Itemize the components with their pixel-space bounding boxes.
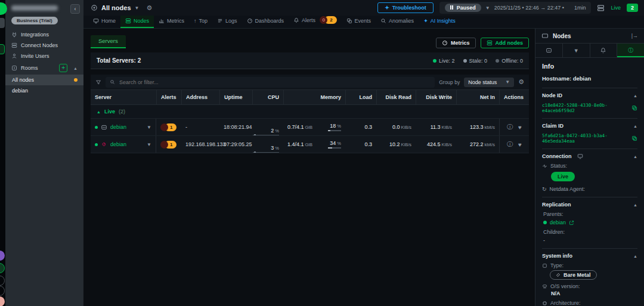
sidebar-item-connect-nodes[interactable]: Connect Nodes — [5, 40, 83, 51]
column-header-cpu[interactable]: CPU — [252, 90, 283, 104]
chevron-up-icon[interactable]: ▲ — [73, 66, 78, 70]
tab-ai-insights[interactable]: ✦ AI Insights — [419, 16, 460, 28]
table-row[interactable]: debian ▼ 1 - 18:08:21.94 2% 0.7/4.1GiB — [91, 119, 529, 136]
tab-label: Top — [199, 18, 208, 24]
room-item-debian[interactable]: debian — [5, 85, 83, 96]
tab-events[interactable]: Events — [342, 16, 376, 28]
panel-tab-filters[interactable]: ▼ — [563, 44, 590, 57]
heart-icon[interactable]: ♥ — [518, 124, 522, 131]
search-input[interactable] — [118, 79, 431, 86]
info-icon[interactable]: ⓘ — [507, 140, 513, 149]
sidebar-collapse-button[interactable]: ‹ — [70, 4, 80, 14]
tab-logs[interactable]: Logs — [212, 16, 242, 28]
chevron-up-icon[interactable]: ▲ — [633, 254, 637, 258]
chevron-down-icon[interactable]: ▼ — [147, 125, 151, 130]
chevron-down-icon[interactable]: ▼ — [147, 142, 151, 147]
server-cell[interactable]: debian ▼ — [91, 136, 156, 153]
user-avatar[interactable] — [0, 296, 5, 306]
parent-name[interactable]: debian — [550, 220, 566, 225]
info-icon[interactable]: ⓘ — [507, 123, 513, 131]
chevron-up-icon[interactable]: ▲ — [633, 94, 637, 98]
search-box[interactable] — [106, 77, 435, 88]
rail-icon-green[interactable] — [0, 263, 5, 273]
time-range-control[interactable]: Paused ▼ 2025/11/25 • 22:46 → 22:47 • 1m… — [439, 2, 592, 14]
copy-icon[interactable] — [631, 135, 637, 141]
legend-stale-label: Stale: 0 — [469, 58, 488, 64]
add-space-button[interactable] — [0, 44, 5, 54]
date-range[interactable]: 2025/11/25 • 22:46 → 22:47 • — [494, 5, 564, 11]
group-row-live[interactable]: ▲ Live (2) — [91, 105, 529, 119]
cpu-cell: 3% — [252, 136, 283, 153]
column-header-actions: Actions — [499, 90, 529, 104]
memory-cell: 1.4/4.1GiB 34% — [283, 136, 345, 153]
column-header-disk-read[interactable]: Disk Read — [376, 90, 416, 104]
troubleshoot-button[interactable]: ✦ Troubleshoot — [377, 2, 434, 13]
panel-collapse-icon[interactable]: |→ — [631, 33, 638, 39]
column-header-load[interactable]: Load — [345, 90, 376, 104]
alerts-count-badge: 0 2 — [320, 16, 336, 24]
table-settings-gear-icon[interactable]: ⚙ — [518, 78, 524, 86]
rail-icon-help[interactable] — [0, 276, 5, 286]
space-switcher-item[interactable] — [0, 18, 5, 28]
sidebar-item-rooms[interactable]: Rooms + ▲ — [5, 61, 83, 75]
column-header-uptime[interactable]: Uptime — [219, 90, 252, 104]
group-by-select[interactable]: Node status ▼ — [464, 78, 514, 87]
copy-icon[interactable] — [631, 105, 637, 111]
panel-tab-metrics[interactable] — [535, 44, 563, 57]
add-nodes-label: Add nodes — [496, 40, 524, 46]
column-header-address[interactable]: Address — [181, 90, 219, 104]
external-link-icon[interactable] — [569, 220, 574, 225]
sidebar-item-invite-users[interactable]: Invite Users — [5, 51, 83, 61]
room-selector[interactable]: All nodes ▼ — [91, 4, 139, 11]
node-name-link[interactable]: debian — [110, 141, 126, 147]
panel-tab-info[interactable]: ⓘ — [617, 44, 644, 57]
column-header-disk-write[interactable]: Disk Write — [416, 90, 456, 104]
parent-node-link[interactable]: debian — [543, 220, 637, 225]
actions-cell: ⓘ ♥ — [499, 119, 529, 135]
room-settings-gear-icon[interactable]: ⚙ — [146, 4, 152, 12]
nodes-indicator-icon[interactable] — [597, 4, 605, 12]
tab-anomalies[interactable]: Anomalies — [376, 16, 419, 28]
tab-nodes[interactable]: Nodes — [120, 16, 154, 28]
heart-icon[interactable]: ♥ — [518, 141, 522, 148]
tab-top[interactable]: ↑ Top — [189, 16, 212, 28]
chevron-up-icon[interactable]: ▲ — [97, 110, 101, 114]
table-row[interactable]: debian ▼ 1 192.168.198.133 07:29:05.25 3… — [91, 136, 529, 153]
room-item-all-nodes[interactable]: All nodes — [5, 75, 83, 85]
nodes-icon — [541, 32, 549, 39]
chevron-up-icon[interactable]: ▲ — [633, 154, 637, 159]
sidebar-item-integrations[interactable]: Integrations — [5, 29, 83, 40]
legend-offline[interactable]: Offline: 0 — [496, 58, 523, 64]
alerts-pill[interactable]: 1 — [160, 141, 177, 149]
tab-dashboards[interactable]: Dashboards — [242, 16, 289, 28]
servers-view-tab[interactable]: Servers — [91, 35, 126, 48]
tab-home[interactable]: Home — [88, 16, 120, 28]
add-room-button[interactable]: + — [59, 64, 67, 72]
tab-metrics[interactable]: Metrics — [154, 16, 189, 28]
tab-alerts[interactable]: Alerts 0 2 — [289, 14, 341, 28]
cpu-unit: % — [275, 146, 279, 151]
sysinfo-label: O/S version: — [550, 283, 580, 289]
metrics-button[interactable]: Metrics — [436, 38, 476, 48]
chevron-up-icon[interactable]: ▲ — [633, 203, 637, 207]
node-name-link[interactable]: debian — [110, 124, 126, 130]
alerts-cell[interactable]: 1 — [156, 119, 181, 135]
column-header-net-in[interactable]: Net In — [456, 90, 499, 104]
panel-tab-alerts[interactable] — [590, 44, 618, 57]
column-header-memory[interactable]: Memory — [283, 90, 345, 104]
column-header-alerts[interactable]: Alerts — [156, 90, 181, 104]
paused-toggle[interactable]: Paused — [445, 4, 481, 12]
live-count-badge[interactable]: 2 — [627, 4, 638, 12]
rail-icon-purple[interactable] — [0, 251, 5, 261]
legend-live[interactable]: Live: 2 — [433, 58, 455, 64]
alerts-cell[interactable]: 1 — [156, 136, 181, 153]
server-cell[interactable]: debian ▼ — [91, 119, 156, 135]
add-nodes-button[interactable]: Add nodes — [481, 38, 530, 48]
alerts-pill[interactable]: 1 — [160, 123, 177, 131]
chevron-up-icon[interactable]: ▲ — [633, 124, 637, 128]
chevron-down-icon[interactable]: ▼ — [485, 5, 490, 11]
legend-stale[interactable]: Stale: 0 — [463, 58, 488, 64]
funnel-icon[interactable] — [95, 79, 101, 85]
column-header-server[interactable]: Server — [91, 90, 156, 104]
rail-icon-settings[interactable] — [0, 286, 5, 296]
